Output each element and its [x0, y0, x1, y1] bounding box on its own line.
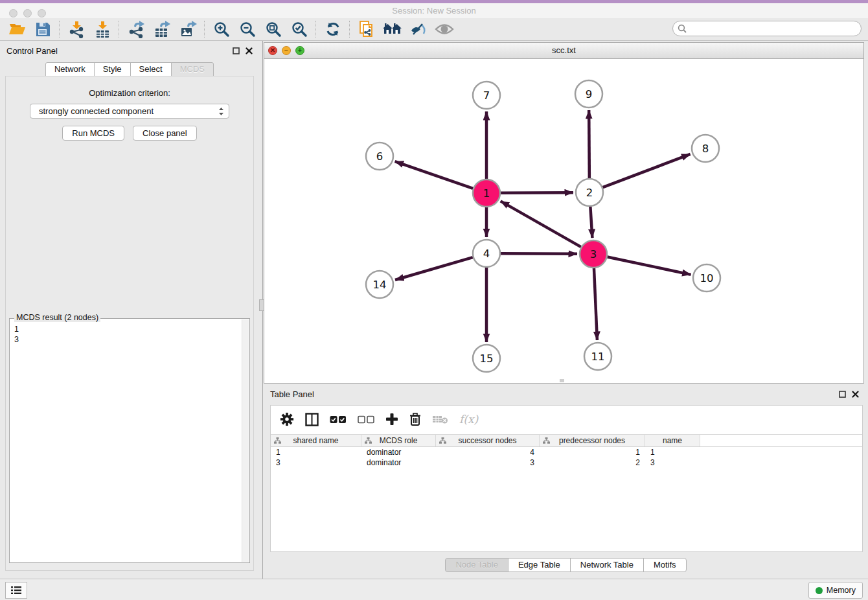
export-network-icon[interactable]	[123, 19, 149, 39]
show-all-icon	[431, 19, 457, 39]
zoom-in-icon[interactable]	[209, 19, 234, 39]
mcds-result-box: MCDS result (2 nodes) 1 3	[9, 318, 250, 563]
column-header-name[interactable]: name	[645, 435, 700, 446]
graph-edge-2-9[interactable]	[589, 110, 589, 178]
tab-network[interactable]: Network	[45, 62, 95, 76]
import-table-icon[interactable]	[89, 19, 115, 39]
table-cell[interactable]: 3	[436, 458, 540, 467]
fit-content-icon[interactable]	[260, 19, 286, 39]
tab-select[interactable]: Select	[130, 62, 172, 76]
control-panel-header: Control Panel	[0, 44, 259, 61]
tab-edge-table[interactable]: Edge Table	[508, 558, 571, 572]
column-header-predecessor-nodes[interactable]: predecessor nodes	[540, 435, 645, 446]
zoom-out-icon[interactable]	[234, 19, 260, 39]
zoom-selected-icon[interactable]	[286, 19, 312, 39]
graph-edge-3-10[interactable]	[608, 257, 691, 275]
graph-node-label: 2	[586, 187, 593, 199]
mcds-result-text[interactable]: 1 3	[10, 319, 249, 345]
run-mcds-button[interactable]: Run MCDS	[62, 126, 124, 141]
task-history-button[interactable]	[5, 582, 27, 599]
deselect-all-icon[interactable]	[358, 415, 374, 424]
memory-button[interactable]: Memory	[808, 582, 863, 599]
graph-node-label: 1	[483, 187, 490, 200]
tab-mcds[interactable]: MCDS	[171, 62, 214, 76]
criterion-select[interactable]: strongly connected component	[30, 104, 229, 119]
mcds-panel: Optimization criterion: strongly connect…	[5, 76, 254, 571]
table-cell[interactable]: 3	[271, 458, 361, 467]
graph-edge-2-3[interactable]	[590, 207, 592, 238]
network-window-titlebar[interactable]: ✕ − + scc.txt	[264, 43, 863, 59]
tab-motifs[interactable]: Motifs	[643, 558, 687, 572]
network-window-title: scc.txt	[264, 43, 863, 58]
graph-edge-2-8[interactable]	[603, 154, 691, 187]
graph-edge-3-11[interactable]	[594, 268, 597, 340]
search-input[interactable]	[672, 21, 862, 36]
close-panel-icon[interactable]	[852, 391, 859, 398]
graph-edge-3-1[interactable]	[501, 201, 581, 247]
control-panel-title: Control Panel	[6, 46, 58, 56]
node-table-container: f(x) shared nameMCDS rolesuccessor nodes…	[270, 405, 863, 552]
table-tabs: Node TableEdge TableNetwork TableMotifs	[264, 558, 868, 572]
graph-node-label: 14	[373, 279, 387, 291]
network-canvas[interactable]: 1234678910111415	[264, 59, 863, 383]
float-panel-icon[interactable]	[839, 391, 846, 398]
table-panel: Table Panel f(x) shared nameMCDS rolesuc…	[264, 386, 868, 574]
graph-node-label: 4	[483, 248, 490, 260]
graph-edge-4-3[interactable]	[501, 253, 577, 254]
toolbar-separator	[349, 21, 350, 38]
toolbar-separator	[204, 21, 205, 38]
select-all-icon[interactable]	[330, 415, 347, 424]
columns-icon[interactable]	[305, 413, 319, 426]
hide-selected-icon[interactable]	[405, 19, 431, 39]
memory-button-label: Memory	[827, 586, 856, 595]
table-row[interactable]: 3dominator323	[271, 457, 862, 468]
application-window: Session: New Session	[0, 0, 868, 600]
import-network-icon[interactable]	[63, 19, 89, 39]
column-header-MCDS-role[interactable]: MCDS role	[361, 435, 436, 446]
mcds-result-title: MCDS result (2 nodes)	[14, 313, 100, 322]
network-graph: 1234678910111415	[264, 59, 863, 383]
delete-table-icon	[432, 414, 448, 424]
table-cell[interactable]: 1	[645, 448, 700, 457]
clone-network-icon[interactable]	[354, 19, 380, 39]
first-neighbors-icon[interactable]	[380, 19, 405, 39]
result-scrollbar[interactable]	[242, 319, 249, 562]
table-cell[interactable]: 1	[540, 448, 645, 457]
float-panel-icon[interactable]	[233, 47, 240, 54]
table-cell[interactable]: dominator	[361, 458, 436, 467]
export-image-icon[interactable]	[175, 19, 201, 39]
toolbar-separator	[119, 21, 120, 38]
main-toolbar	[0, 18, 868, 41]
column-header-shared-name[interactable]: shared name	[271, 435, 361, 446]
optimization-criterion-label: Optimization criterion:	[6, 88, 253, 98]
graph-edge-1-2[interactable]	[501, 192, 573, 193]
gear-icon[interactable]	[280, 412, 294, 426]
table-cell[interactable]: 3	[645, 458, 700, 467]
window-title: Session: New Session	[0, 3, 868, 18]
tab-style[interactable]: Style	[94, 62, 131, 76]
open-session-icon[interactable]	[4, 19, 30, 39]
export-table-icon[interactable]	[149, 19, 175, 39]
tab-network-table[interactable]: Network Table	[570, 558, 644, 572]
memory-status-icon	[816, 587, 823, 594]
column-header-successor-nodes[interactable]: successor nodes	[436, 435, 540, 446]
table-cell[interactable]: 2	[540, 458, 645, 467]
save-session-icon[interactable]	[30, 19, 56, 39]
graph-edge-4-14[interactable]	[395, 257, 473, 280]
refresh-icon[interactable]	[320, 19, 346, 39]
tab-node-table[interactable]: Node Table	[445, 558, 508, 572]
close-panel-button[interactable]: Close panel	[133, 126, 197, 141]
table-cell[interactable]: dominator	[361, 448, 436, 457]
close-panel-icon[interactable]	[246, 47, 253, 54]
table-cell[interactable]: 4	[436, 448, 540, 457]
graph-edge-1-6[interactable]	[395, 161, 474, 189]
search-icon	[678, 24, 687, 33]
network-resize-handle[interactable]	[560, 379, 564, 382]
graph-node-label: 15	[480, 352, 494, 365]
criterion-select-value: strongly connected component	[39, 104, 154, 118]
delete-icon[interactable]	[409, 413, 421, 426]
add-icon[interactable]	[385, 413, 398, 426]
table-cell[interactable]: 1	[271, 448, 361, 457]
status-bar: Memory	[0, 579, 868, 600]
table-row[interactable]: 1dominator411	[271, 447, 862, 457]
